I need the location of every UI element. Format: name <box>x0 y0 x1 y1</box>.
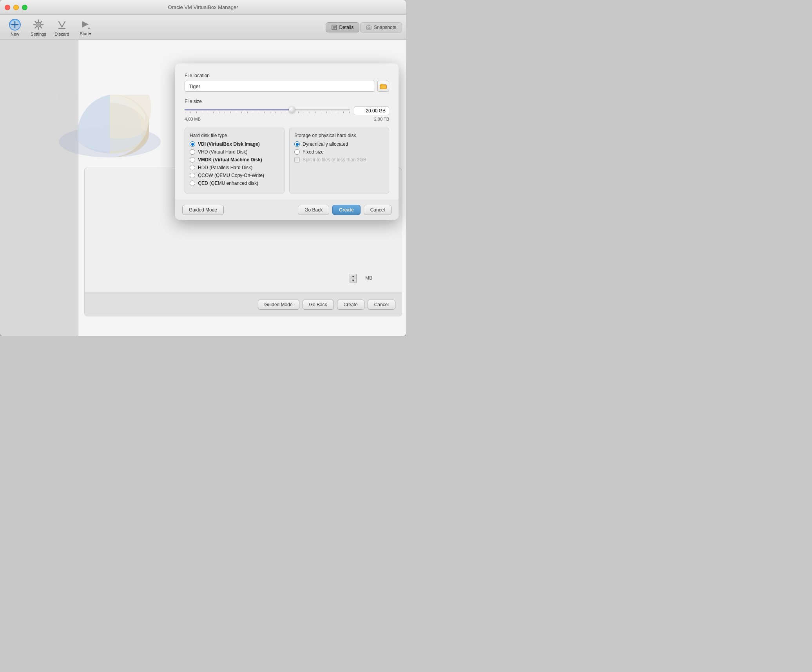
cancel-button[interactable]: Cancel <box>364 205 392 215</box>
titlebar-buttons <box>5 5 27 10</box>
new-button[interactable]: New <box>4 17 26 38</box>
camera-icon <box>366 25 372 30</box>
file-location-input[interactable] <box>185 81 375 92</box>
radio-vmdk-label: VMDK (Virtual Machine Disk) <box>198 157 262 163</box>
radio-vdi-label: VDI (VirtualBox Disk Image) <box>198 141 260 147</box>
radio-qed[interactable]: QED (QEMU enhanced disk) <box>190 181 279 186</box>
stepper-up[interactable]: ▲ <box>350 274 357 278</box>
close-button[interactable] <box>5 5 10 10</box>
radio-fixed[interactable]: Fixed size <box>294 149 384 155</box>
radio-fixed-btn[interactable] <box>294 149 300 155</box>
radio-vmdk[interactable]: VMDK (Virtual Machine Disk) <box>190 157 279 163</box>
storage-column: Storage on physical hard disk Dynamicall… <box>289 128 389 193</box>
file-size-container: 4.00 MB 2.00 TB <box>185 107 389 121</box>
behind-guided-mode-button[interactable]: Guided Mode <box>258 300 299 310</box>
maximize-button[interactable] <box>22 5 27 10</box>
split-label: Split into files of less than 2GB <box>303 157 366 163</box>
go-back-button[interactable]: Go Back <box>298 205 329 215</box>
details-label: Details <box>339 25 354 30</box>
radio-qed-label: QED (QEMU enhanced disk) <box>198 181 258 186</box>
start-label: Start▾ <box>80 31 91 36</box>
discard-label: Discard <box>54 32 69 36</box>
main-window: Oracle VM VirtualBox Manager New <box>0 0 406 336</box>
create-button[interactable]: Create <box>332 205 360 215</box>
create-disk-dialog: File location File size <box>175 63 399 220</box>
guided-mode-button[interactable]: Guided Mode <box>182 205 224 215</box>
file-location-row <box>185 81 389 92</box>
disk-chart <box>55 63 165 173</box>
svg-point-3 <box>37 23 40 26</box>
checkbox-split[interactable]: Split into files of less than 2GB <box>294 157 384 163</box>
window-title: Oracle VM VirtualBox Manager <box>168 4 238 10</box>
radio-hdd[interactable]: HDD (Parallels Hard Disk) <box>190 165 279 170</box>
dialog-footer: Guided Mode Go Back Create Cancel <box>175 200 399 220</box>
settings-button[interactable]: Settings <box>27 17 49 38</box>
options-columns: Hard disk file type VDI (VirtualBox Disk… <box>185 128 389 193</box>
stepper: ▲ ▼ <box>350 274 357 283</box>
settings-label: Settings <box>31 32 46 36</box>
storage-title: Storage on physical hard disk <box>294 133 384 138</box>
stepper-down[interactable]: ▼ <box>350 278 357 283</box>
settings-icon <box>32 18 45 31</box>
slider-range-labels: 4.00 MB 2.00 TB <box>185 117 389 121</box>
toolbar: New Settings Discard <box>0 15 406 40</box>
radio-qcow[interactable]: QCOW (QEMU Copy-On-Write) <box>190 173 279 178</box>
slider-fill <box>185 109 292 110</box>
behind-cancel-button[interactable]: Cancel <box>368 300 395 310</box>
radio-dynamic[interactable]: Dynamically allocated <box>294 141 384 147</box>
dialog-body: File location File size <box>175 63 399 200</box>
disk-type-column: Hard disk file type VDI (VirtualBox Disk… <box>185 128 285 193</box>
radio-fixed-label: Fixed size <box>303 149 324 155</box>
snapshots-tab[interactable]: Snapshots <box>360 22 402 33</box>
radio-qcow-label: QCOW (QEMU Copy-On-Write) <box>198 173 264 178</box>
slider-wrapper <box>185 109 350 113</box>
new-label: New <box>11 32 19 36</box>
slider-min-label: 4.00 MB <box>185 117 201 121</box>
radio-vdi-btn[interactable] <box>190 141 195 147</box>
disk-type-title: Hard disk file type <box>190 133 279 138</box>
split-checkbox[interactable] <box>294 157 300 163</box>
file-location-label: File location <box>185 73 389 78</box>
file-size-label: File size <box>185 99 389 104</box>
radio-vhd-btn[interactable] <box>190 149 195 155</box>
start-button[interactable]: Start▾ <box>74 16 96 38</box>
radio-qcow-btn[interactable] <box>190 173 195 178</box>
radio-vmdk-btn[interactable] <box>190 157 195 163</box>
radio-dynamic-label: Dynamically allocated <box>303 141 348 147</box>
svg-rect-14 <box>380 85 386 89</box>
slider-thumb[interactable] <box>289 107 295 113</box>
behind-go-back-button[interactable]: Go Back <box>303 300 334 310</box>
radio-vhd-label: VHD (Virtual Hard Disk) <box>198 149 247 155</box>
discard-icon <box>56 18 68 31</box>
svg-point-11 <box>368 27 370 29</box>
titlebar: Oracle VM VirtualBox Manager <box>0 0 406 15</box>
details-icon <box>332 25 337 30</box>
snapshots-label: Snapshots <box>374 25 396 30</box>
radio-hdd-btn[interactable] <box>190 165 195 170</box>
radio-vhd[interactable]: VHD (Virtual Hard Disk) <box>190 149 279 155</box>
slider-max-label: 2.00 TB <box>374 117 389 121</box>
slider-row <box>185 107 389 115</box>
start-icon <box>79 18 92 31</box>
toolbar-right: Details Snapshots <box>326 22 402 33</box>
main-content: ▲ ▼ MB Guided Mode Go Back Create Cancel… <box>0 40 406 336</box>
new-icon <box>9 18 21 31</box>
mb-unit-label: MB <box>365 275 372 281</box>
slider-value-input[interactable] <box>354 107 389 115</box>
radio-vdi[interactable]: VDI (VirtualBox Disk Image) <box>190 141 279 147</box>
minimize-button[interactable] <box>13 5 19 10</box>
discard-button[interactable]: Discard <box>51 17 73 38</box>
radio-dynamic-btn[interactable] <box>294 141 300 147</box>
folder-icon <box>380 83 387 90</box>
file-browse-button[interactable] <box>377 81 389 92</box>
right-panel: ▲ ▼ MB Guided Mode Go Back Create Cancel… <box>78 40 406 336</box>
slider-track <box>185 109 350 110</box>
details-tab[interactable]: Details <box>326 22 360 33</box>
behind-create-button[interactable]: Create <box>337 300 364 310</box>
radio-hdd-label: HDD (Parallels Hard Disk) <box>198 165 252 170</box>
behind-dialog-footer: Guided Mode Go Back Create Cancel <box>85 293 402 316</box>
radio-qed-btn[interactable] <box>190 181 195 186</box>
slider-ticks <box>185 112 350 113</box>
